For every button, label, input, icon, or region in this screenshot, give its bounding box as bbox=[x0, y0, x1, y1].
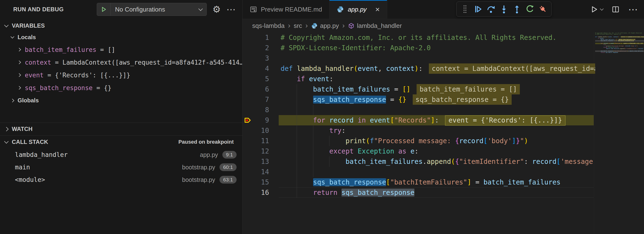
code-token: : bbox=[342, 127, 346, 134]
code-token: [ bbox=[386, 178, 390, 186]
code-line-13[interactable]: 13 batch_item_failures.append({"itemIden… bbox=[242, 156, 595, 167]
code-line-10[interactable]: 10 try: bbox=[242, 125, 595, 136]
line-number: 7 bbox=[242, 94, 269, 105]
variable-name: batch_item_failures bbox=[25, 46, 96, 53]
code-token: def bbox=[280, 65, 297, 73]
code-line-7[interactable]: 7 sqs_batch_response = {}sqs_batch_respo… bbox=[242, 94, 595, 105]
variable-name: sqs_batch_response bbox=[25, 84, 93, 92]
code-token: record bbox=[459, 137, 484, 145]
debug-configuration-label: No Configurations bbox=[111, 6, 199, 13]
code-token: ] bbox=[431, 116, 435, 124]
tab-label: app.py bbox=[348, 6, 366, 13]
frame-position-badge: 9:1 bbox=[222, 151, 236, 159]
code-token: = bbox=[386, 96, 398, 104]
gear-icon[interactable]: ⚙ bbox=[212, 5, 221, 14]
breadcrumb-item-app-py[interactable]: app.py bbox=[311, 22, 339, 29]
code-token: # Copyright Amazon.com, Inc. or its affi… bbox=[280, 34, 556, 42]
line-content: except Exception as e: bbox=[280, 146, 418, 156]
start-debugging-button[interactable] bbox=[97, 3, 111, 16]
step-over-button[interactable] bbox=[486, 3, 496, 15]
drag-handle-icon[interactable] bbox=[460, 3, 470, 15]
code-line-15[interactable]: 15 sqs_batch_response["batchItemFailures… bbox=[242, 177, 595, 187]
code-line-16[interactable]: 16 return sqs_batch_response bbox=[242, 187, 595, 198]
minimap[interactable]: # Copyright Amazon.com, Inc. or its affi… bbox=[594, 32, 644, 234]
code-token: : bbox=[329, 75, 333, 83]
code-line-5[interactable]: 5 if event: bbox=[242, 74, 595, 84]
sidebar-spacer bbox=[0, 107, 242, 122]
ellipsis-icon[interactable]: ⋯ bbox=[226, 5, 236, 14]
call-stack-frame[interactable]: lambda_handlerapp.py9:1 bbox=[0, 148, 242, 161]
line-content: print(f"Processed message: {record['body… bbox=[280, 136, 528, 146]
variable-row-event[interactable]: event = {'Records': [{...}]} bbox=[0, 69, 242, 81]
code-token: batch_item_failures bbox=[484, 178, 560, 186]
code-token: "Records" bbox=[394, 116, 431, 124]
debug-inline-value: batch_item_failures = [] bbox=[416, 84, 520, 94]
breadcrumb-item-src[interactable]: src bbox=[294, 22, 302, 29]
python-icon bbox=[337, 6, 344, 13]
code-token: [ bbox=[556, 158, 560, 166]
continue-button[interactable] bbox=[472, 3, 484, 15]
variables-section-header[interactable]: VARIABLES bbox=[0, 20, 242, 31]
code-line-1[interactable]: 1# Copyright Amazon.com, Inc. or its aff… bbox=[242, 32, 595, 43]
breadcrumb-separator: › bbox=[342, 22, 344, 30]
variable-row-context[interactable]: context = LambdaContext([aws_request_id=… bbox=[0, 56, 242, 69]
code-line-9[interactable]: 9 for record in event["Records"]:event =… bbox=[242, 115, 595, 125]
line-number: 8 bbox=[242, 105, 269, 115]
breadcrumb-item-lambda-handler[interactable]: lambda_handler bbox=[348, 22, 402, 29]
line-content: batch_item_failures.append({"itemIdentif… bbox=[280, 156, 593, 167]
code-line-11[interactable]: 11 print(f"Processed message: {record['b… bbox=[242, 136, 595, 146]
watch-section-header[interactable]: WATCH bbox=[0, 123, 242, 135]
breadcrumb-item-sqs-lambda[interactable]: sqs-lambda bbox=[252, 22, 284, 29]
code-line-4[interactable]: 4def lambda_handler(event, context):cont… bbox=[242, 63, 595, 74]
line-content: sqs_batch_response = {}sqs_batch_respons… bbox=[280, 94, 512, 105]
breadcrumb-separator: › bbox=[288, 22, 290, 30]
code-line-3[interactable]: 3 bbox=[242, 53, 595, 63]
call-stack-frame[interactable]: <module>bootstrap.py63:1 bbox=[0, 173, 242, 186]
highlighted-token: sqs_batch_response bbox=[342, 189, 414, 197]
code-token: ] bbox=[467, 178, 471, 186]
tab-preview-readme[interactable]: Preview README.md bbox=[242, 0, 330, 19]
line-number: 10 bbox=[242, 125, 269, 136]
code-token: "batchItemFailures" bbox=[390, 178, 467, 186]
close-icon[interactable]: × bbox=[375, 5, 380, 13]
variable-row-batch_item_failures[interactable]: batch_item_failures = [] bbox=[0, 43, 242, 56]
code-line-14[interactable]: 14 bbox=[242, 167, 595, 177]
code-token: 'message bbox=[560, 158, 593, 166]
split-editor-icon[interactable] bbox=[612, 5, 620, 13]
code-token: : bbox=[435, 116, 439, 124]
call-stack-frame[interactable]: mainbootstrap.py60:1 bbox=[0, 161, 242, 173]
restart-button[interactable] bbox=[524, 3, 536, 15]
debug-configuration-dropdown[interactable]: No Configurations bbox=[97, 3, 207, 16]
step-out-button[interactable] bbox=[512, 3, 522, 15]
line-number: 14 bbox=[242, 167, 269, 177]
scope-locals[interactable]: Locals bbox=[0, 31, 242, 43]
code-editor[interactable]: 1# Copyright Amazon.com, Inc. or its aff… bbox=[242, 32, 595, 234]
more-actions-icon[interactable]: ⋯ bbox=[628, 6, 638, 12]
line-content: try: bbox=[280, 125, 346, 136]
debug-toolbar bbox=[456, 1, 552, 17]
call-stack-section-header[interactable]: CALL STACK Paused on breakpoint bbox=[0, 135, 242, 148]
scope-globals[interactable]: Globals bbox=[0, 94, 242, 107]
code-token: " bbox=[520, 137, 524, 145]
code-token: 'body' bbox=[488, 137, 512, 145]
run-and-debug-sidebar: RUN AND DEBUG No Configurations ⚙ ⋯ VARI… bbox=[0, 0, 242, 234]
code-token: return bbox=[313, 189, 342, 197]
disconnect-button[interactable] bbox=[538, 3, 548, 15]
breadcrumb: sqs-lambda›src›app.py›lambda_handler bbox=[242, 19, 644, 33]
line-highlight bbox=[279, 105, 595, 115]
run-button-group[interactable] bbox=[590, 5, 603, 13]
chevron-down-icon bbox=[10, 35, 14, 38]
code-token: = bbox=[471, 178, 484, 186]
line-content: batch_item_failures = []batch_item_failu… bbox=[280, 84, 520, 94]
code-line-6[interactable]: 6 batch_item_failures = []batch_item_fai… bbox=[242, 84, 595, 94]
step-into-button[interactable] bbox=[498, 3, 510, 15]
variable-row-sqs_batch_response[interactable]: sqs_batch_response = {} bbox=[0, 81, 242, 94]
code-line-8[interactable]: 8 bbox=[242, 105, 595, 115]
sidebar-header: RUN AND DEBUG No Configurations ⚙ ⋯ bbox=[0, 0, 242, 19]
breadcrumb-label: app.py bbox=[320, 22, 339, 29]
tab-app-py[interactable]: app.py × bbox=[330, 0, 387, 19]
code-token: = bbox=[390, 85, 402, 93]
chevron-down-icon bbox=[4, 139, 8, 143]
code-line-2[interactable]: 2# SPDX-License-Identifier: Apache-2.0 bbox=[242, 43, 595, 53]
code-line-12[interactable]: 12 except Exception as e: bbox=[242, 146, 595, 156]
